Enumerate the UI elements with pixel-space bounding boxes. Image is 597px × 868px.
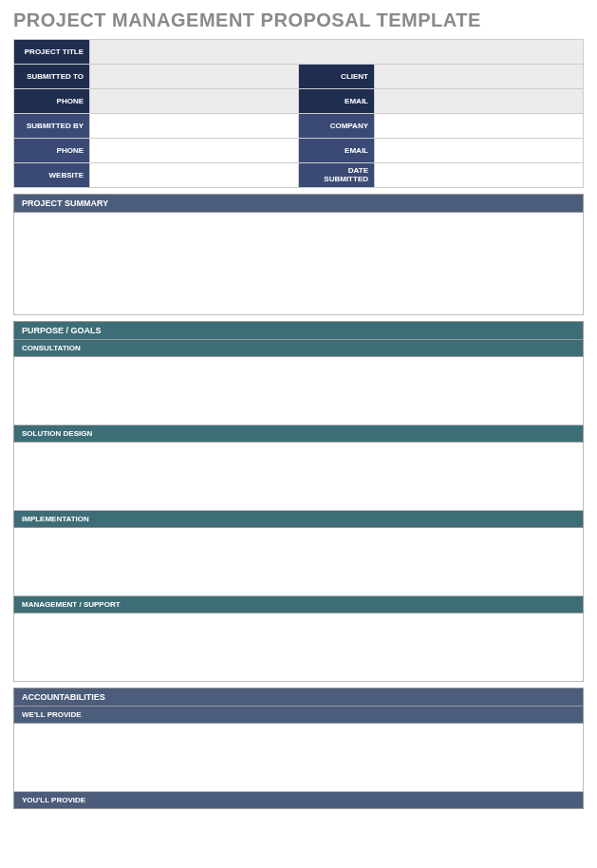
implementation-body[interactable]: [13, 528, 584, 596]
date-submitted-label: DATE SUBMITTED: [299, 163, 375, 188]
submitted-to-field[interactable]: [90, 65, 299, 89]
header-table: PROJECT TITLE SUBMITTED TO CLIENT PHONE …: [13, 39, 584, 188]
well-provide-label: WE'LL PROVIDE: [13, 707, 584, 724]
date-submitted-field[interactable]: [375, 163, 584, 188]
project-summary-section: PROJECT SUMMARY: [13, 194, 584, 315]
client-field[interactable]: [375, 65, 584, 89]
management-support-body[interactable]: [13, 613, 584, 682]
company-field[interactable]: [375, 114, 584, 139]
website-label: WEBSITE: [14, 163, 90, 188]
submitted-by-field[interactable]: [90, 114, 299, 139]
email-to-label: EMAIL: [299, 89, 375, 114]
phone-by-field[interactable]: [90, 139, 299, 163]
implementation-label: IMPLEMENTATION: [13, 511, 584, 528]
email-by-label: EMAIL: [299, 139, 375, 163]
consultation-body[interactable]: [13, 357, 584, 425]
company-label: COMPANY: [299, 114, 375, 139]
purpose-goals-section: PURPOSE / GOALS CONSULTATION SOLUTION DE…: [13, 321, 584, 682]
submitted-by-label: SUBMITTED BY: [14, 114, 90, 139]
website-field[interactable]: [90, 163, 299, 188]
accountabilities-header: ACCOUNTABILITIES: [13, 688, 584, 707]
project-title-field[interactable]: [90, 40, 584, 65]
purpose-goals-header: PURPOSE / GOALS: [13, 321, 584, 340]
solution-design-body[interactable]: [13, 443, 584, 511]
phone-to-label: PHONE: [14, 89, 90, 114]
phone-to-field[interactable]: [90, 89, 299, 114]
phone-by-label: PHONE: [14, 139, 90, 163]
well-provide-body[interactable]: [13, 724, 584, 792]
accountabilities-section: ACCOUNTABILITIES WE'LL PROVIDE YOU'LL PR…: [13, 688, 584, 809]
project-summary-body[interactable]: [13, 213, 584, 315]
email-to-field[interactable]: [375, 89, 584, 114]
management-support-label: MANAGEMENT / SUPPORT: [13, 596, 584, 613]
solution-design-label: SOLUTION DESIGN: [13, 425, 584, 443]
email-by-field[interactable]: [375, 139, 584, 163]
page-title: PROJECT MANAGEMENT PROPOSAL TEMPLATE: [13, 9, 584, 31]
client-label: CLIENT: [299, 65, 375, 89]
submitted-to-label: SUBMITTED TO: [14, 65, 90, 89]
project-title-label: PROJECT TITLE: [14, 40, 90, 65]
youll-provide-label: YOU'LL PROVIDE: [13, 792, 584, 809]
project-summary-header: PROJECT SUMMARY: [13, 194, 584, 213]
consultation-label: CONSULTATION: [13, 340, 584, 357]
